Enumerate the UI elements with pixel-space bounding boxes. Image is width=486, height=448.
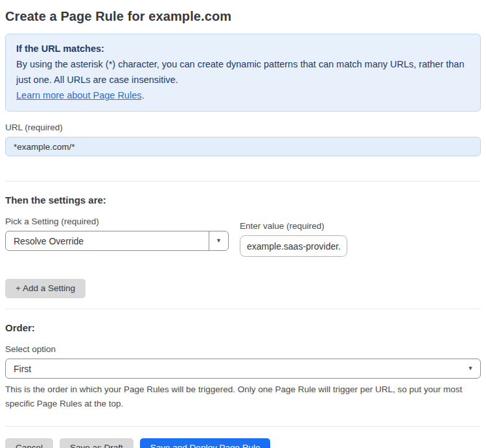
setting-select-column: Pick a Setting (required) Resolve Overri… [5,206,229,251]
setting-value-input[interactable] [240,235,347,257]
setting-select[interactable]: Resolve Override ▼ [5,231,229,251]
link-suffix: . [141,90,144,100]
divider [5,426,481,427]
value-field-label: Enter value (required) [240,221,347,231]
url-field-label: URL (required) [5,123,481,132]
info-box-body: By using the asterisk (*) character, you… [16,56,470,88]
divider [5,181,481,182]
order-select-arrow-segment[interactable]: ▼ [461,359,480,378]
cancel-button[interactable]: Cancel [5,438,53,448]
order-section-heading: Order: [5,322,481,333]
chevron-down-icon: ▼ [216,238,222,244]
page-title: Create a Page Rule for example.com [5,9,481,24]
url-input[interactable] [5,137,481,156]
add-setting-button[interactable]: + Add a Setting [5,279,86,298]
setting-select-label: Pick a Setting (required) [5,217,229,226]
url-matches-info-box: If the URL matches: By using the asteris… [5,34,481,112]
settings-row: Pick a Setting (required) Resolve Overri… [5,206,481,257]
settings-section-heading: Then the settings are: [5,195,481,206]
divider [5,309,481,309]
footer-actions: Cancel Save as Draft Save and Deploy Pag… [5,438,481,448]
save-and-deploy-button[interactable]: Save and Deploy Page Rule [140,438,271,448]
chevron-down-icon: ▼ [468,366,474,371]
page-rule-form: Create a Page Rule for example.com If th… [0,0,486,448]
save-as-draft-button[interactable]: Save as Draft [60,438,133,448]
order-help-text: This is the order in which your Page Rul… [5,383,472,411]
order-select-label: Select option [5,344,481,354]
setting-select-arrow-segment[interactable]: ▼ [209,231,228,250]
info-box-link-line: Learn more about Page Rules. [16,88,470,103]
learn-more-link[interactable]: Learn more about Page Rules [16,90,141,100]
order-select-value: First [6,359,461,378]
setting-value-column: Enter value (required) [240,210,347,257]
order-select[interactable]: First ▼ [5,359,481,379]
setting-select-value: Resolve Override [6,231,209,250]
info-box-heading: If the URL matches: [16,41,470,56]
